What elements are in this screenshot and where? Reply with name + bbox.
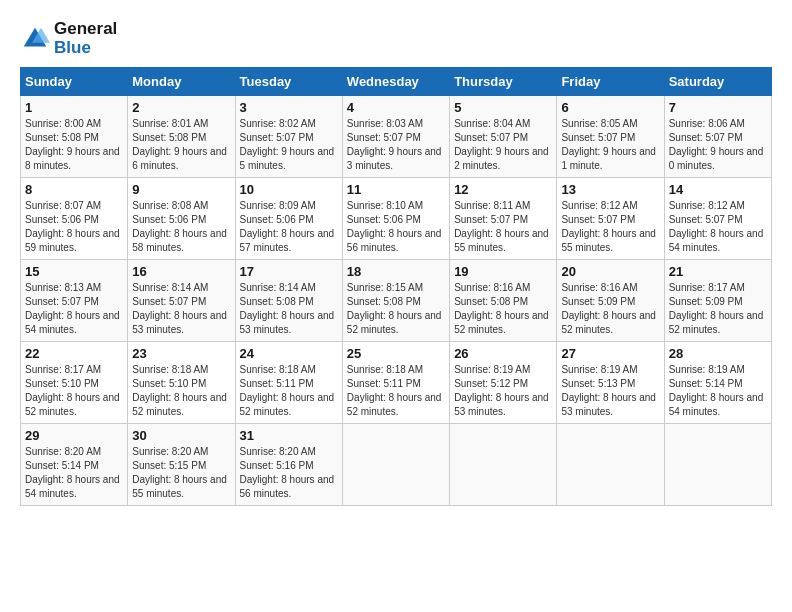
day-info: Sunrise: 8:20 AMSunset: 5:15 PMDaylight:… <box>132 445 230 501</box>
page-header: General Blue <box>20 20 772 57</box>
day-cell-11: 11Sunrise: 8:10 AMSunset: 5:06 PMDayligh… <box>342 178 449 260</box>
day-number: 12 <box>454 182 552 197</box>
day-cell-29: 29Sunrise: 8:20 AMSunset: 5:14 PMDayligh… <box>21 424 128 506</box>
day-number: 24 <box>240 346 338 361</box>
calendar-week-row: 15Sunrise: 8:13 AMSunset: 5:07 PMDayligh… <box>21 260 772 342</box>
empty-cell <box>557 424 664 506</box>
weekday-header-sunday: Sunday <box>21 68 128 96</box>
day-cell-1: 1Sunrise: 8:00 AMSunset: 5:08 PMDaylight… <box>21 96 128 178</box>
day-info: Sunrise: 8:06 AMSunset: 5:07 PMDaylight:… <box>669 117 767 173</box>
day-info: Sunrise: 8:13 AMSunset: 5:07 PMDaylight:… <box>25 281 123 337</box>
day-info: Sunrise: 8:16 AMSunset: 5:08 PMDaylight:… <box>454 281 552 337</box>
day-number: 26 <box>454 346 552 361</box>
day-info: Sunrise: 8:18 AMSunset: 5:11 PMDaylight:… <box>240 363 338 419</box>
day-cell-14: 14Sunrise: 8:12 AMSunset: 5:07 PMDayligh… <box>664 178 771 260</box>
day-number: 5 <box>454 100 552 115</box>
day-cell-21: 21Sunrise: 8:17 AMSunset: 5:09 PMDayligh… <box>664 260 771 342</box>
day-number: 6 <box>561 100 659 115</box>
day-info: Sunrise: 8:10 AMSunset: 5:06 PMDaylight:… <box>347 199 445 255</box>
day-cell-12: 12Sunrise: 8:11 AMSunset: 5:07 PMDayligh… <box>450 178 557 260</box>
day-info: Sunrise: 8:05 AMSunset: 5:07 PMDaylight:… <box>561 117 659 173</box>
day-number: 23 <box>132 346 230 361</box>
day-cell-25: 25Sunrise: 8:18 AMSunset: 5:11 PMDayligh… <box>342 342 449 424</box>
day-cell-28: 28Sunrise: 8:19 AMSunset: 5:14 PMDayligh… <box>664 342 771 424</box>
day-info: Sunrise: 8:18 AMSunset: 5:10 PMDaylight:… <box>132 363 230 419</box>
day-number: 17 <box>240 264 338 279</box>
day-number: 7 <box>669 100 767 115</box>
day-number: 27 <box>561 346 659 361</box>
day-info: Sunrise: 8:17 AMSunset: 5:09 PMDaylight:… <box>669 281 767 337</box>
day-number: 1 <box>25 100 123 115</box>
day-number: 10 <box>240 182 338 197</box>
weekday-header-saturday: Saturday <box>664 68 771 96</box>
day-cell-23: 23Sunrise: 8:18 AMSunset: 5:10 PMDayligh… <box>128 342 235 424</box>
day-info: Sunrise: 8:19 AMSunset: 5:14 PMDaylight:… <box>669 363 767 419</box>
day-number: 31 <box>240 428 338 443</box>
day-cell-10: 10Sunrise: 8:09 AMSunset: 5:06 PMDayligh… <box>235 178 342 260</box>
empty-cell <box>664 424 771 506</box>
day-info: Sunrise: 8:02 AMSunset: 5:07 PMDaylight:… <box>240 117 338 173</box>
day-cell-3: 3Sunrise: 8:02 AMSunset: 5:07 PMDaylight… <box>235 96 342 178</box>
day-cell-6: 6Sunrise: 8:05 AMSunset: 5:07 PMDaylight… <box>557 96 664 178</box>
day-info: Sunrise: 8:18 AMSunset: 5:11 PMDaylight:… <box>347 363 445 419</box>
day-number: 15 <box>25 264 123 279</box>
day-cell-15: 15Sunrise: 8:13 AMSunset: 5:07 PMDayligh… <box>21 260 128 342</box>
calendar-week-row: 8Sunrise: 8:07 AMSunset: 5:06 PMDaylight… <box>21 178 772 260</box>
day-cell-5: 5Sunrise: 8:04 AMSunset: 5:07 PMDaylight… <box>450 96 557 178</box>
day-number: 25 <box>347 346 445 361</box>
day-number: 21 <box>669 264 767 279</box>
day-cell-17: 17Sunrise: 8:14 AMSunset: 5:08 PMDayligh… <box>235 260 342 342</box>
calendar-week-row: 29Sunrise: 8:20 AMSunset: 5:14 PMDayligh… <box>21 424 772 506</box>
day-cell-19: 19Sunrise: 8:16 AMSunset: 5:08 PMDayligh… <box>450 260 557 342</box>
day-number: 9 <box>132 182 230 197</box>
day-number: 16 <box>132 264 230 279</box>
day-info: Sunrise: 8:11 AMSunset: 5:07 PMDaylight:… <box>454 199 552 255</box>
day-cell-7: 7Sunrise: 8:06 AMSunset: 5:07 PMDaylight… <box>664 96 771 178</box>
weekday-header-row: SundayMondayTuesdayWednesdayThursdayFrid… <box>21 68 772 96</box>
day-number: 8 <box>25 182 123 197</box>
day-info: Sunrise: 8:01 AMSunset: 5:08 PMDaylight:… <box>132 117 230 173</box>
day-number: 3 <box>240 100 338 115</box>
day-number: 2 <box>132 100 230 115</box>
day-cell-22: 22Sunrise: 8:17 AMSunset: 5:10 PMDayligh… <box>21 342 128 424</box>
weekday-header-wednesday: Wednesday <box>342 68 449 96</box>
day-info: Sunrise: 8:03 AMSunset: 5:07 PMDaylight:… <box>347 117 445 173</box>
day-number: 4 <box>347 100 445 115</box>
day-info: Sunrise: 8:16 AMSunset: 5:09 PMDaylight:… <box>561 281 659 337</box>
calendar-week-row: 22Sunrise: 8:17 AMSunset: 5:10 PMDayligh… <box>21 342 772 424</box>
day-info: Sunrise: 8:00 AMSunset: 5:08 PMDaylight:… <box>25 117 123 173</box>
logo: General Blue <box>20 20 117 57</box>
day-number: 14 <box>669 182 767 197</box>
day-info: Sunrise: 8:12 AMSunset: 5:07 PMDaylight:… <box>669 199 767 255</box>
logo-text: General Blue <box>54 20 117 57</box>
day-info: Sunrise: 8:14 AMSunset: 5:08 PMDaylight:… <box>240 281 338 337</box>
day-cell-13: 13Sunrise: 8:12 AMSunset: 5:07 PMDayligh… <box>557 178 664 260</box>
day-cell-16: 16Sunrise: 8:14 AMSunset: 5:07 PMDayligh… <box>128 260 235 342</box>
day-cell-30: 30Sunrise: 8:20 AMSunset: 5:15 PMDayligh… <box>128 424 235 506</box>
day-number: 11 <box>347 182 445 197</box>
calendar-table: SundayMondayTuesdayWednesdayThursdayFrid… <box>20 67 772 506</box>
calendar-body: 1Sunrise: 8:00 AMSunset: 5:08 PMDaylight… <box>21 96 772 506</box>
day-number: 13 <box>561 182 659 197</box>
day-number: 19 <box>454 264 552 279</box>
day-cell-20: 20Sunrise: 8:16 AMSunset: 5:09 PMDayligh… <box>557 260 664 342</box>
day-cell-24: 24Sunrise: 8:18 AMSunset: 5:11 PMDayligh… <box>235 342 342 424</box>
day-cell-9: 9Sunrise: 8:08 AMSunset: 5:06 PMDaylight… <box>128 178 235 260</box>
weekday-header-friday: Friday <box>557 68 664 96</box>
day-number: 29 <box>25 428 123 443</box>
calendar-week-row: 1Sunrise: 8:00 AMSunset: 5:08 PMDaylight… <box>21 96 772 178</box>
day-cell-2: 2Sunrise: 8:01 AMSunset: 5:08 PMDaylight… <box>128 96 235 178</box>
day-info: Sunrise: 8:17 AMSunset: 5:10 PMDaylight:… <box>25 363 123 419</box>
day-info: Sunrise: 8:20 AMSunset: 5:14 PMDaylight:… <box>25 445 123 501</box>
empty-cell <box>342 424 449 506</box>
day-cell-18: 18Sunrise: 8:15 AMSunset: 5:08 PMDayligh… <box>342 260 449 342</box>
day-number: 18 <box>347 264 445 279</box>
day-info: Sunrise: 8:15 AMSunset: 5:08 PMDaylight:… <box>347 281 445 337</box>
day-info: Sunrise: 8:19 AMSunset: 5:12 PMDaylight:… <box>454 363 552 419</box>
day-number: 30 <box>132 428 230 443</box>
weekday-header-monday: Monday <box>128 68 235 96</box>
day-info: Sunrise: 8:20 AMSunset: 5:16 PMDaylight:… <box>240 445 338 501</box>
day-cell-4: 4Sunrise: 8:03 AMSunset: 5:07 PMDaylight… <box>342 96 449 178</box>
day-number: 20 <box>561 264 659 279</box>
day-info: Sunrise: 8:07 AMSunset: 5:06 PMDaylight:… <box>25 199 123 255</box>
